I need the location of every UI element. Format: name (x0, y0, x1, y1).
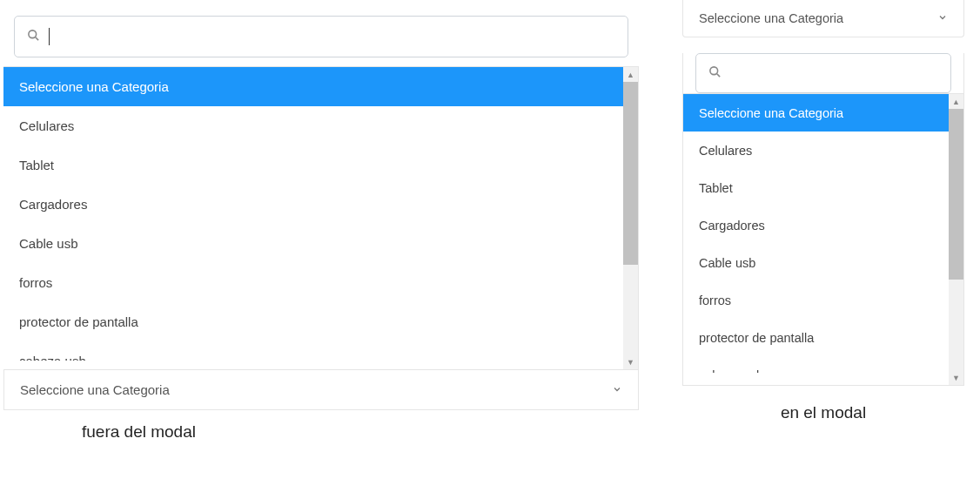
scrollbar-thumb[interactable] (949, 109, 963, 280)
select-collapsed[interactable]: Seleccione una Categoria (3, 370, 639, 410)
chevron-down-icon (937, 11, 948, 25)
dropdown-option[interactable]: forros (683, 281, 963, 319)
scrollbar-modal[interactable]: ▲ ▼ (949, 94, 963, 385)
scroll-up-icon[interactable]: ▲ (623, 67, 638, 82)
dropdown-option[interactable]: cabeza usb (3, 341, 638, 361)
search-icon (708, 65, 722, 82)
dropdown-option[interactable]: cabeza usb (683, 356, 963, 373)
chevron-down-icon (612, 382, 622, 397)
dropdown-list-modal: Seleccione una Categoria Celulares Table… (683, 93, 963, 385)
text-cursor (49, 28, 50, 45)
scroll-down-icon[interactable]: ▼ (949, 370, 963, 385)
dropdown-option[interactable]: Celulares (683, 132, 963, 169)
search-input-modal[interactable] (734, 66, 938, 81)
scrollbar-thumb[interactable] (623, 82, 638, 265)
caption-right: en el modal (682, 403, 964, 422)
dropdown-container-modal: Seleccione una Categoria Celulares Table… (682, 53, 964, 386)
select-collapsed-modal[interactable]: Seleccione una Categoria (682, 0, 964, 37)
svg-point-2 (710, 66, 718, 74)
left-panel: Seleccione una Categoria Celulares Table… (3, 0, 639, 442)
svg-point-0 (29, 30, 37, 37)
right-panel: Seleccione una Categoria Seleccione una … (682, 0, 964, 422)
search-box-modal[interactable] (695, 53, 951, 93)
dropdown-option[interactable]: Cargadores (3, 185, 638, 224)
dropdown-option-placeholder[interactable]: Seleccione una Categoria (683, 94, 963, 132)
search-icon (27, 29, 40, 45)
dropdown-option[interactable]: Cargadores (683, 206, 963, 244)
dropdown-option[interactable]: Tablet (683, 169, 963, 206)
scroll-down-icon[interactable]: ▼ (623, 354, 638, 369)
caption-left: fuera del modal (82, 422, 639, 442)
dropdown-list: Seleccione una Categoria Celulares Table… (3, 66, 639, 370)
dropdown-option[interactable]: protector de pantalla (683, 319, 963, 356)
select-label: Seleccione una Categoria (699, 11, 843, 25)
dropdown-option[interactable]: protector de pantalla (3, 302, 638, 341)
dropdown-option[interactable]: forros (3, 263, 638, 302)
dropdown-option[interactable]: Cable usb (3, 224, 638, 263)
svg-line-1 (36, 37, 38, 39)
dropdown-option[interactable]: Tablet (3, 145, 638, 185)
dropdown-option-placeholder[interactable]: Seleccione una Categoria (3, 67, 638, 106)
svg-line-3 (717, 73, 720, 76)
dropdown-option[interactable]: Celulares (3, 106, 638, 145)
select-label: Seleccione una Categoria (20, 382, 170, 397)
search-box[interactable] (14, 16, 628, 57)
scroll-up-icon[interactable]: ▲ (949, 94, 963, 109)
scrollbar[interactable]: ▲ ▼ (623, 67, 638, 369)
search-input[interactable] (62, 30, 615, 44)
dropdown-option[interactable]: Cable usb (683, 244, 963, 281)
